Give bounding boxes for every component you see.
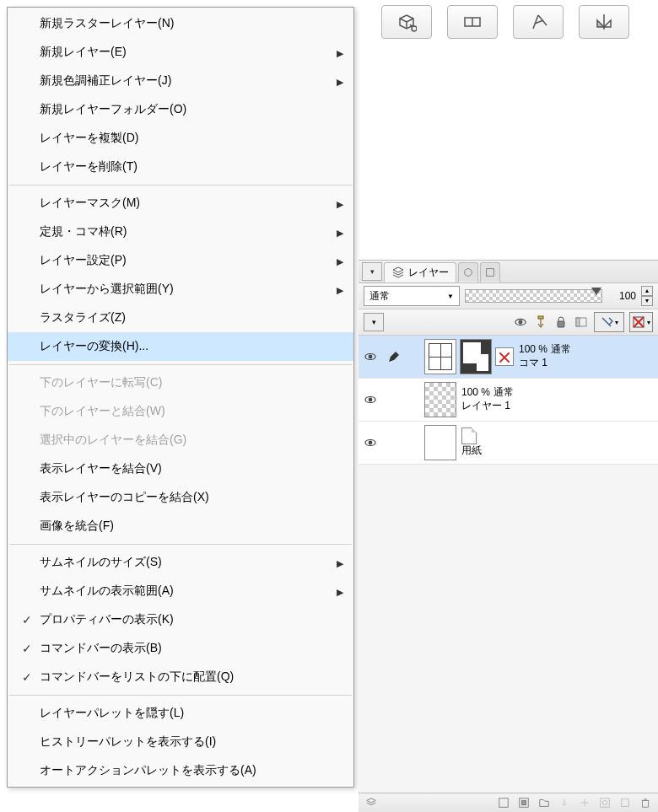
check-icon: ✓ — [14, 613, 40, 626]
menu-item-label: 画像を統合(F) — [40, 519, 330, 534]
menu-item[interactable]: 新規レイヤー(E) — [8, 38, 353, 67]
layer-thumb — [460, 339, 492, 374]
menu-item[interactable]: ラスタライズ(Z) — [8, 304, 353, 332]
new-folder-button[interactable] — [537, 795, 552, 810]
menu-item[interactable]: レイヤーから選択範囲(Y) — [8, 275, 353, 304]
submenu-arrow-icon — [330, 74, 343, 88]
layer-panel: ▾ レイヤー 通常 ▼ 100 ▲▼ ▾ — [359, 260, 658, 812]
lock-icon[interactable] — [553, 315, 569, 330]
menu-item: 選択中のレイヤーを結合(G) — [8, 426, 353, 454]
svg-point-19 — [369, 398, 372, 401]
layer-opacity: 100 % — [461, 386, 490, 400]
menu-item[interactable]: 定規・コマ枠(R) — [8, 218, 353, 246]
svg-rect-25 — [601, 799, 610, 808]
menu-item[interactable]: レイヤーを削除(T) — [8, 153, 353, 181]
reference-layer-icon[interactable] — [513, 315, 528, 330]
menu-item[interactable]: ✓コマンドバーをリストの下に配置(Q) — [8, 663, 353, 691]
ruler-visible-icon[interactable] — [533, 315, 548, 330]
menu-item[interactable]: 新規ラスターレイヤー(N) — [8, 9, 353, 38]
layer-panel-footer — [359, 793, 658, 812]
tab-other-2[interactable] — [480, 262, 500, 282]
menu-item[interactable]: 新規レイヤーフォルダー(O) — [8, 95, 353, 124]
tab-layer[interactable]: レイヤー — [384, 262, 456, 282]
disable-mask-button[interactable]: ▾ — [629, 312, 653, 332]
layer-filter-button[interactable]: ▾ — [364, 313, 384, 331]
transfer-down-button[interactable] — [557, 795, 572, 810]
menu-item[interactable]: ✓コマンドバーの表示(B) — [8, 634, 353, 663]
layer-row[interactable]: 用紙 — [359, 422, 658, 465]
menu-item[interactable]: サムネイルの表示範囲(A) — [8, 577, 353, 605]
merge-down-button[interactable] — [577, 795, 592, 810]
svg-rect-24 — [521, 800, 526, 804]
menu-item-label: コマンドバーをリストの下に配置(Q) — [40, 669, 330, 685]
menu-item-label: レイヤーパレットを隠す(L) — [40, 706, 330, 721]
tool-cube-button[interactable] — [381, 5, 432, 39]
menu-item[interactable]: 表示レイヤーを結合(V) — [8, 454, 353, 483]
menu-item-label: 新規ラスターレイヤー(N) — [40, 16, 330, 31]
create-mask-button[interactable] — [597, 795, 612, 810]
layer-color-button[interactable]: ▾ — [594, 312, 624, 332]
tab-layer-label: レイヤー — [408, 266, 449, 280]
svg-point-21 — [369, 441, 372, 444]
menu-item-label: 新規色調補正レイヤー(J) — [40, 73, 330, 89]
visibility-toggle[interactable] — [359, 436, 382, 449]
layer-info: 100 %通常コマ 1 — [515, 340, 658, 373]
layer-context-menu: 新規ラスターレイヤー(N)新規レイヤー(E)新規色調補正レイヤー(J)新規レイヤ… — [7, 7, 354, 788]
tool-flip-button[interactable] — [579, 5, 629, 39]
menu-item: 下のレイヤーに転写(C) — [8, 368, 353, 397]
svg-rect-27 — [622, 799, 629, 807]
menu-item[interactable]: 表示レイヤーのコピーを結合(X) — [8, 483, 353, 512]
menu-item[interactable]: 画像を統合(F) — [8, 512, 353, 540]
footer-layers-icon — [364, 795, 379, 810]
layer-row[interactable]: 100 %通常レイヤー 1 — [359, 379, 658, 422]
menu-item[interactable]: レイヤー設定(P) — [8, 246, 353, 275]
tool-split-button[interactable] — [447, 5, 498, 39]
menu-item-label: レイヤーを削除(T) — [40, 159, 330, 175]
menu-separator — [9, 544, 352, 545]
menu-item-label: コマンドバーの表示(B) — [40, 641, 330, 656]
menu-item[interactable]: レイヤーパレットを隠す(L) — [8, 699, 353, 728]
svg-point-8 — [519, 320, 522, 324]
tool-perspective-button[interactable] — [513, 5, 564, 39]
layer-panel-tabbar: ▾ レイヤー — [359, 261, 658, 283]
new-vector-layer-button[interactable] — [516, 795, 531, 810]
svg-point-5 — [465, 269, 472, 277]
paper-icon — [461, 428, 477, 444]
tab-other-1[interactable] — [458, 262, 478, 282]
visibility-toggle[interactable] — [359, 393, 382, 406]
menu-item[interactable]: レイヤーマスク(M) — [8, 189, 353, 218]
menu-item[interactable]: レイヤーの変換(H)... — [8, 332, 353, 361]
panel-menu-button[interactable]: ▾ — [362, 262, 382, 281]
new-raster-layer-button[interactable] — [496, 795, 511, 810]
menu-item[interactable]: ヒストリーパレットを表示する(I) — [8, 728, 353, 756]
svg-rect-22 — [499, 799, 509, 808]
menu-item[interactable]: レイヤーを複製(D) — [8, 124, 353, 153]
submenu-arrow-icon — [330, 46, 343, 59]
layer-row[interactable]: 100 %通常コマ 1 — [359, 336, 658, 379]
svg-rect-12 — [576, 318, 580, 326]
layer-name: レイヤー 1 — [461, 400, 510, 413]
submenu-arrow-icon — [330, 254, 343, 267]
submenu-arrow-icon — [330, 225, 343, 239]
panel-color-icon[interactable] — [574, 315, 589, 330]
svg-point-26 — [602, 800, 607, 804]
menu-item[interactable]: サムネイルのサイズ(S) — [8, 548, 353, 577]
visibility-toggle[interactable] — [359, 350, 382, 363]
menu-item-label: レイヤー設定(P) — [40, 253, 330, 268]
menu-item[interactable]: ✓プロパティバーの表示(K) — [8, 605, 353, 634]
menu-item-label: サムネイルの表示範囲(A) — [40, 583, 330, 599]
menu-item: 下のレイヤーと結合(W) — [8, 397, 353, 426]
menu-item-label: レイヤーを複製(D) — [40, 131, 330, 146]
edit-target-indicator[interactable] — [382, 350, 406, 363]
delete-layer-button[interactable] — [638, 795, 653, 810]
menu-separator — [9, 364, 352, 365]
apply-mask-button[interactable] — [618, 795, 633, 810]
menu-item-label: プロパティバーの表示(K) — [40, 612, 330, 627]
menu-item[interactable]: オートアクションパレットを表示する(A) — [8, 756, 353, 785]
menu-item[interactable]: 新規色調補正レイヤー(J) — [8, 67, 353, 95]
opacity-stepper[interactable]: ▲▼ — [641, 286, 653, 306]
opacity-slider[interactable] — [465, 289, 602, 303]
menu-item-label: オートアクションパレットを表示する(A) — [40, 763, 330, 778]
blend-mode-select[interactable]: 通常 ▼ — [364, 286, 460, 306]
menu-item-label: レイヤーから選択範囲(Y) — [40, 282, 330, 297]
